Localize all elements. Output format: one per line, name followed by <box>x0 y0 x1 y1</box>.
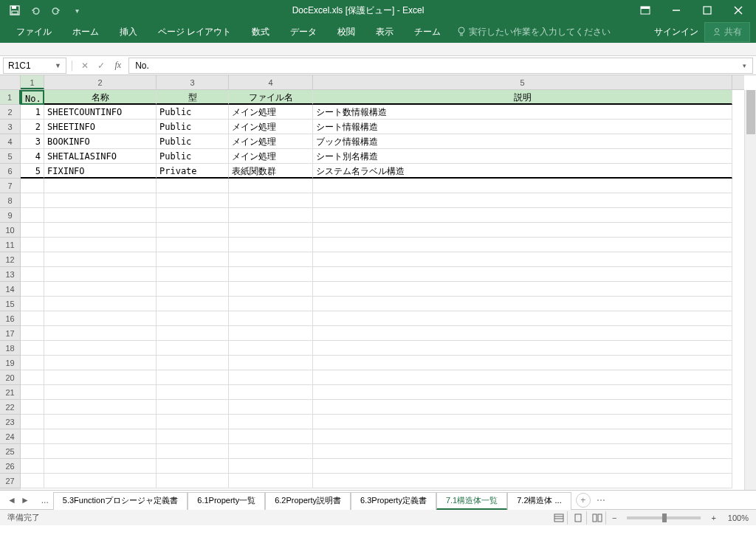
cell[interactable] <box>21 370 44 385</box>
cell[interactable] <box>44 297 157 311</box>
row-header[interactable]: 7 <box>0 179 21 193</box>
cell[interactable] <box>313 429 732 444</box>
cell[interactable] <box>44 238 157 252</box>
cell[interactable] <box>157 238 229 252</box>
ribbon-tab[interactable]: 表示 <box>365 21 404 43</box>
cell[interactable] <box>21 297 44 311</box>
cell[interactable] <box>44 311 157 326</box>
cell[interactable] <box>44 193 157 208</box>
cell[interactable] <box>313 415 732 429</box>
row-header[interactable]: 27 <box>0 474 21 488</box>
column-header[interactable]: 3 <box>157 75 229 89</box>
table-header-cell[interactable]: 名称 <box>44 90 157 105</box>
cell[interactable] <box>157 474 229 488</box>
cell[interactable] <box>44 252 157 267</box>
chevron-down-icon[interactable]: ▼ <box>55 62 61 69</box>
table-header-cell[interactable]: 説明 <box>313 90 732 105</box>
cell[interactable]: SHEETCOUNTINFO <box>44 105 157 120</box>
tell-me-search[interactable]: 実行したい作業を入力してください <box>457 26 611 38</box>
row-header[interactable]: 5 <box>0 149 21 164</box>
cell[interactable]: メイン処理 <box>229 105 313 120</box>
cell[interactable] <box>229 208 313 223</box>
row-header[interactable]: 18 <box>0 341 21 356</box>
cell[interactable] <box>21 385 44 400</box>
cell[interactable] <box>157 400 229 415</box>
cell[interactable] <box>21 326 44 341</box>
ribbon-tab[interactable]: データ <box>280 21 327 43</box>
cell[interactable] <box>157 444 229 459</box>
minimize-button[interactable] <box>662 0 691 21</box>
row-header[interactable]: 22 <box>0 400 21 415</box>
cell[interactable]: Public <box>157 105 229 120</box>
row-header[interactable]: 20 <box>0 370 21 385</box>
cell[interactable] <box>313 223 732 238</box>
share-button[interactable]: 共有 <box>704 22 750 42</box>
cell[interactable] <box>229 282 313 297</box>
cell[interactable]: 2 <box>21 120 44 134</box>
tab-overflow[interactable]: ... <box>37 495 53 505</box>
row-header[interactable]: 11 <box>0 238 21 252</box>
cell[interactable] <box>21 429 44 444</box>
cell[interactable] <box>313 297 732 311</box>
ribbon-tab[interactable]: チーム <box>404 21 451 43</box>
cell[interactable] <box>21 444 44 459</box>
cell[interactable] <box>229 297 313 311</box>
cell[interactable] <box>21 238 44 252</box>
cell[interactable] <box>229 429 313 444</box>
cell[interactable] <box>229 415 313 429</box>
cell[interactable] <box>313 282 732 297</box>
cell[interactable] <box>313 179 732 193</box>
cell[interactable]: シート別名構造 <box>313 149 732 164</box>
cell[interactable] <box>313 459 732 474</box>
maximize-button[interactable] <box>693 0 722 21</box>
row-header[interactable]: 16 <box>0 311 21 326</box>
cell[interactable] <box>21 179 44 193</box>
cell[interactable] <box>229 223 313 238</box>
row-header[interactable]: 21 <box>0 385 21 400</box>
tab-nav-prev[interactable]: ◄ <box>6 495 18 505</box>
cell[interactable] <box>44 356 157 370</box>
add-sheet-button[interactable]: + <box>576 493 591 508</box>
sheet-tab[interactable]: 7.2構造体 ... <box>507 492 571 510</box>
cell[interactable]: 1 <box>21 105 44 120</box>
table-header-cell[interactable]: 型 <box>157 90 229 105</box>
view-page-break-button[interactable] <box>590 511 606 525</box>
cell[interactable]: Public <box>157 120 229 134</box>
cell[interactable] <box>313 474 732 488</box>
cell[interactable] <box>21 282 44 297</box>
row-header[interactable]: 1 <box>0 90 21 105</box>
cell[interactable] <box>157 297 229 311</box>
zoom-level[interactable]: 100% <box>728 513 749 522</box>
cell[interactable] <box>157 341 229 356</box>
cell[interactable]: メイン処理 <box>229 149 313 164</box>
tab-options-icon[interactable]: ⋯ <box>597 495 605 505</box>
sheet-tab[interactable]: 6.3Property定義書 <box>351 492 436 510</box>
cell[interactable]: 3 <box>21 134 44 149</box>
ribbon-tab[interactable]: 校閲 <box>327 21 365 43</box>
cell[interactable] <box>313 238 732 252</box>
close-button[interactable] <box>724 0 753 21</box>
tab-nav-next[interactable]: ► <box>19 495 31 505</box>
cell[interactable]: シート数情報構造 <box>313 105 732 120</box>
row-header[interactable]: 12 <box>0 252 21 267</box>
ribbon-tab[interactable]: 挿入 <box>109 21 148 43</box>
cell[interactable]: Public <box>157 149 229 164</box>
cell[interactable] <box>21 341 44 356</box>
redo-button[interactable] <box>47 1 65 19</box>
ribbon-tab[interactable]: ページ レイアウト <box>148 21 241 43</box>
cell[interactable] <box>313 385 732 400</box>
cell[interactable] <box>44 385 157 400</box>
cell[interactable] <box>313 444 732 459</box>
cell[interactable] <box>229 385 313 400</box>
column-header[interactable]: 5 <box>313 75 732 89</box>
column-header[interactable]: 1 <box>21 75 44 89</box>
cell[interactable]: Public <box>157 134 229 149</box>
view-normal-button[interactable] <box>551 511 568 525</box>
cell[interactable] <box>44 415 157 429</box>
row-header[interactable]: 10 <box>0 223 21 238</box>
chevron-down-icon[interactable]: ▾ <box>743 62 746 69</box>
cell[interactable] <box>21 267 44 282</box>
cell[interactable] <box>44 208 157 223</box>
cell[interactable] <box>157 208 229 223</box>
cell[interactable] <box>21 208 44 223</box>
